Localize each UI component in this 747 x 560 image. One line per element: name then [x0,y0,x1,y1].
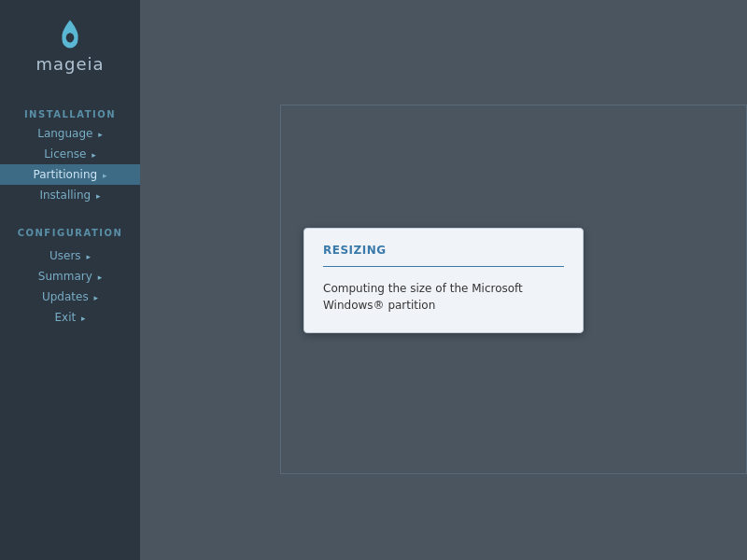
sidebar-item-installing-label: Installing [39,189,91,202]
configuration-section: CONFIGURATION [0,220,140,242]
sidebar-item-partitioning-label: Partitioning [34,168,98,181]
sidebar-item-updates-arrow: ▸ [94,293,99,302]
sidebar-item-license[interactable]: License ▸ [0,144,140,164]
sidebar-item-users[interactable]: Users ▸ [0,245,140,266]
sidebar-item-language[interactable]: Language ▸ [0,123,140,144]
sidebar-item-exit-label: Exit [54,311,76,324]
sidebar-item-language-arrow: ▸ [98,130,103,139]
sidebar-item-installing[interactable]: Installing ▸ [0,185,140,205]
resizing-dialog: RESIZING Computing the size of the Micro… [303,228,584,333]
main-content: RESIZING Computing the size of the Micro… [140,0,747,560]
sidebar-item-summary-arrow: ▸ [98,273,103,282]
sidebar-item-updates-label: Updates [42,290,89,303]
sidebar-item-summary[interactable]: Summary ▸ [0,266,140,287]
sidebar-item-users-arrow: ▸ [86,252,91,261]
sidebar-item-users-label: Users [49,249,81,262]
mageia-logo-icon [53,17,87,50]
sidebar-item-partitioning[interactable]: Partitioning ▸ [0,164,140,185]
sidebar-item-updates[interactable]: Updates ▸ [0,287,140,307]
sidebar-item-installing-arrow: ▸ [96,191,101,201]
sidebar-item-language-label: Language [37,127,92,140]
sidebar-item-license-arrow: ▸ [92,150,96,160]
sidebar-item-summary-label: Summary [38,270,92,283]
dialog-divider [323,266,564,267]
logo-text: mageia [35,54,104,74]
sidebar-item-exit[interactable]: Exit ▸ [0,307,140,328]
sidebar-item-exit-arrow: ▸ [81,314,86,323]
sidebar-item-partitioning-arrow: ▸ [103,171,107,180]
dialog-message: Computing the size of the Microsoft Wind… [323,280,564,314]
sidebar-item-license-label: License [44,147,86,161]
logo-area: mageia [35,17,104,74]
dialog-title: RESIZING [323,244,564,257]
sidebar: mageia INSTALLATION Language ▸ License ▸… [0,0,140,560]
installation-section-label: INSTALLATION [0,109,140,119]
svg-point-1 [66,33,75,42]
configuration-section-label: CONFIGURATION [0,228,140,238]
